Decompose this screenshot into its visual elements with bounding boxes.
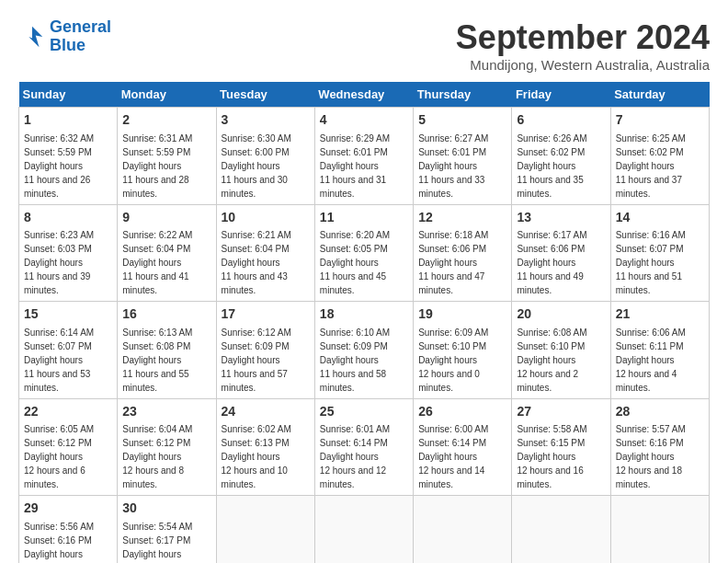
weekday-header-row: SundayMondayTuesdayWednesdayThursdayFrid… [19,82,710,108]
day-number: 5 [418,111,506,130]
day-detail: Sunrise: 6:16 AMSunset: 6:07 PMDaylight … [616,228,704,297]
logo-line1: General [50,17,111,36]
calendar-week-row: 15Sunrise: 6:14 AMSunset: 6:07 PMDayligh… [19,302,710,399]
day-number: 22 [24,403,112,421]
day-number: 12 [418,209,506,227]
calendar-day-cell: 19Sunrise: 6:09 AMSunset: 6:10 PMDayligh… [414,302,512,399]
calendar-day-cell: 10Sunrise: 6:21 AMSunset: 6:04 PMDayligh… [216,204,314,302]
day-number: 1 [24,111,112,130]
calendar-day-cell: 11Sunrise: 6:20 AMSunset: 6:05 PMDayligh… [314,204,413,302]
day-number: 24 [222,403,310,421]
day-number: 7 [616,111,704,130]
logo-text: General Blue [50,18,111,55]
day-detail: Sunrise: 6:08 AMSunset: 6:10 PMDaylight … [517,326,605,395]
day-detail: Sunrise: 6:04 AMSunset: 6:12 PMDaylight … [122,422,210,491]
calendar-day-cell: 7Sunrise: 6:25 AMSunset: 6:02 PMDaylight… [610,108,709,205]
day-number: 29 [24,500,112,518]
day-detail: Sunrise: 6:29 AMSunset: 6:01 PMDaylight … [320,132,408,201]
calendar-day-cell: 25Sunrise: 6:01 AMSunset: 6:14 PMDayligh… [314,398,413,496]
calendar-day-cell: 21Sunrise: 6:06 AMSunset: 6:11 PMDayligh… [610,302,709,399]
title-section: September 2024 Mundijong, Western Austra… [456,18,710,73]
calendar-day-cell: 28Sunrise: 5:57 AMSunset: 6:16 PMDayligh… [610,398,709,496]
day-number: 14 [616,209,704,227]
day-detail: Sunrise: 6:13 AMSunset: 6:08 PMDaylight … [122,326,210,395]
day-number: 20 [517,305,605,324]
calendar-day-cell: 13Sunrise: 6:17 AMSunset: 6:06 PMDayligh… [512,204,610,302]
day-number: 6 [517,111,605,130]
calendar-table: SundayMondayTuesdayWednesdayThursdayFrid… [18,82,710,563]
day-number: 18 [320,305,408,324]
day-detail: Sunrise: 6:25 AMSunset: 6:02 PMDaylight … [616,132,704,201]
day-detail: Sunrise: 5:57 AMSunset: 6:16 PMDaylight … [616,422,704,491]
day-detail: Sunrise: 6:23 AMSunset: 6:03 PMDaylight … [24,228,112,297]
day-detail: Sunrise: 6:27 AMSunset: 6:01 PMDaylight … [418,132,506,201]
calendar-day-cell: 24Sunrise: 6:02 AMSunset: 6:13 PMDayligh… [216,398,314,496]
day-detail: Sunrise: 5:54 AMSunset: 6:17 PMDaylight … [122,520,210,563]
day-detail: Sunrise: 6:09 AMSunset: 6:10 PMDaylight … [418,326,506,395]
calendar-day-cell: 20Sunrise: 6:08 AMSunset: 6:10 PMDayligh… [512,302,610,399]
weekday-header: Sunday [19,82,118,108]
calendar-title: September 2024 [456,18,710,57]
day-detail: Sunrise: 5:56 AMSunset: 6:16 PMDaylight … [24,520,112,563]
day-detail: Sunrise: 6:10 AMSunset: 6:09 PMDaylight … [320,326,408,395]
calendar-week-row: 1Sunrise: 6:32 AMSunset: 5:59 PMDaylight… [19,108,710,205]
day-detail: Sunrise: 6:32 AMSunset: 5:59 PMDaylight … [24,132,112,201]
day-number: 3 [222,111,310,130]
day-detail: Sunrise: 6:12 AMSunset: 6:09 PMDaylight … [222,326,310,395]
day-number: 23 [122,403,210,421]
calendar-day-cell: 16Sunrise: 6:13 AMSunset: 6:08 PMDayligh… [118,302,216,399]
day-detail: Sunrise: 6:17 AMSunset: 6:06 PMDaylight … [517,228,605,297]
day-number: 25 [320,403,408,421]
calendar-day-cell: 12Sunrise: 6:18 AMSunset: 6:06 PMDayligh… [414,204,512,302]
calendar-day-cell: 2Sunrise: 6:31 AMSunset: 5:59 PMDaylight… [118,108,216,205]
day-number: 2 [122,111,210,130]
day-number: 9 [122,209,210,227]
day-detail: Sunrise: 6:21 AMSunset: 6:04 PMDaylight … [222,228,310,297]
logo-icon [18,23,46,51]
calendar-day-cell: 18Sunrise: 6:10 AMSunset: 6:09 PMDayligh… [314,302,413,399]
day-detail: Sunrise: 6:05 AMSunset: 6:12 PMDaylight … [24,422,112,491]
day-detail: Sunrise: 6:18 AMSunset: 6:06 PMDaylight … [418,228,506,297]
calendar-day-cell: 26Sunrise: 6:00 AMSunset: 6:14 PMDayligh… [414,398,512,496]
calendar-day-cell: 23Sunrise: 6:04 AMSunset: 6:12 PMDayligh… [118,398,216,496]
calendar-day-cell [512,496,610,563]
day-number: 8 [24,209,112,227]
day-number: 26 [418,403,506,421]
calendar-day-cell: 14Sunrise: 6:16 AMSunset: 6:07 PMDayligh… [610,204,709,302]
day-number: 17 [222,305,310,324]
calendar-day-cell [216,496,314,563]
day-detail: Sunrise: 6:14 AMSunset: 6:07 PMDaylight … [24,326,112,395]
calendar-day-cell: 15Sunrise: 6:14 AMSunset: 6:07 PMDayligh… [19,302,118,399]
calendar-day-cell: 1Sunrise: 6:32 AMSunset: 5:59 PMDaylight… [19,108,118,205]
day-detail: Sunrise: 6:31 AMSunset: 5:59 PMDaylight … [122,132,210,201]
day-detail: Sunrise: 6:06 AMSunset: 6:11 PMDaylight … [616,326,704,395]
day-number: 30 [122,500,210,518]
day-detail: Sunrise: 5:58 AMSunset: 6:15 PMDaylight … [517,422,605,491]
calendar-week-row: 22Sunrise: 6:05 AMSunset: 6:12 PMDayligh… [19,398,710,496]
day-detail: Sunrise: 6:20 AMSunset: 6:05 PMDaylight … [320,228,408,297]
day-detail: Sunrise: 6:00 AMSunset: 6:14 PMDaylight … [418,422,506,491]
weekday-header: Tuesday [216,82,314,108]
calendar-week-row: 8Sunrise: 6:23 AMSunset: 6:03 PMDaylight… [19,204,710,302]
calendar-day-cell: 5Sunrise: 6:27 AMSunset: 6:01 PMDaylight… [414,108,512,205]
calendar-day-cell: 17Sunrise: 6:12 AMSunset: 6:09 PMDayligh… [216,302,314,399]
calendar-day-cell: 30Sunrise: 5:54 AMSunset: 6:17 PMDayligh… [118,496,216,563]
calendar-day-cell [314,496,413,563]
day-detail: Sunrise: 6:02 AMSunset: 6:13 PMDaylight … [222,422,310,491]
calendar-subtitle: Mundijong, Western Australia, Australia [456,57,710,73]
logo: General Blue [18,18,111,55]
calendar-day-cell: 29Sunrise: 5:56 AMSunset: 6:16 PMDayligh… [19,496,118,563]
weekday-header: Friday [512,82,610,108]
weekday-header: Saturday [610,82,709,108]
calendar-day-cell: 6Sunrise: 6:26 AMSunset: 6:02 PMDaylight… [512,108,610,205]
day-number: 11 [320,209,408,227]
calendar-day-cell [414,496,512,563]
weekday-header: Thursday [414,82,512,108]
calendar-day-cell [610,496,709,563]
day-number: 27 [517,403,605,421]
calendar-day-cell: 8Sunrise: 6:23 AMSunset: 6:03 PMDaylight… [19,204,118,302]
day-number: 21 [616,305,704,324]
day-number: 15 [24,305,112,324]
day-number: 10 [222,209,310,227]
day-detail: Sunrise: 6:22 AMSunset: 6:04 PMDaylight … [122,228,210,297]
